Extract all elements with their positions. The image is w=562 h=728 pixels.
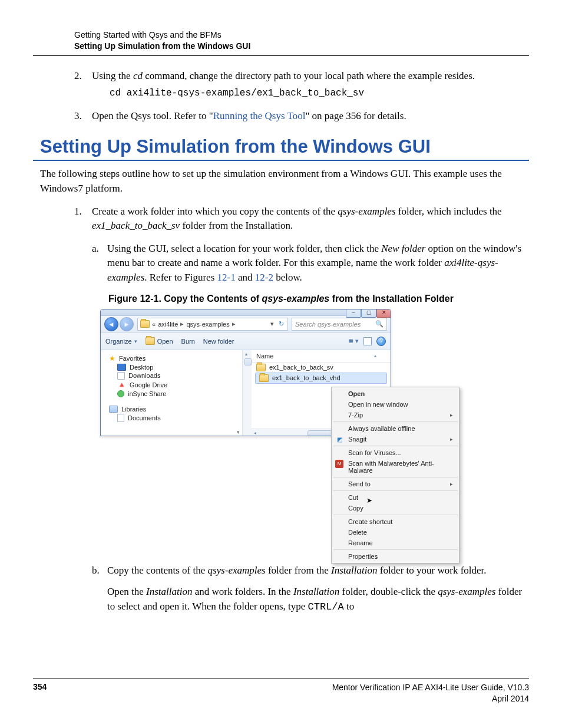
link-figure-12-1[interactable]: 12-1 [217, 272, 236, 283]
star-icon: ★ [109, 354, 115, 363]
file-item-selected[interactable]: ex1_back_to_back_vhd [255, 373, 387, 384]
desktop-icon [117, 364, 126, 371]
nav-google-drive[interactable]: 🔺Google Drive [103, 380, 240, 390]
nav-insync[interactable]: inSync Share [103, 390, 240, 398]
scroll-down-icon[interactable]: ▾ [237, 429, 240, 435]
running-header-section: Setting Up Simulation from the Windows G… [74, 41, 529, 52]
step-3: Open the Qsys tool. Refer to "Running th… [74, 109, 529, 124]
folder-icon [256, 364, 266, 371]
ctx-copy[interactable]: Copy [332, 503, 459, 513]
document-icon [117, 414, 124, 422]
downloads-icon [117, 372, 125, 380]
close-button[interactable]: ✕ [376, 309, 391, 318]
nav-scrollbar[interactable]: ▴ [243, 350, 252, 436]
menu-separator [333, 490, 458, 491]
ctx-cut[interactable]: Cut [332, 492, 459, 503]
ctx-create-shortcut[interactable]: Create shortcut [332, 516, 459, 527]
page-footer: 354 Mentor Verification IP AE AXI4-Lite … [33, 678, 529, 704]
address-dropdown-icon[interactable]: ▾ [268, 320, 275, 328]
view-mode-icon[interactable]: ≣ ▾ [348, 337, 359, 345]
breadcrumb-1[interactable]: axi4lite [158, 321, 178, 328]
submenu-arrow-icon: ▸ [450, 481, 453, 487]
nav-documents[interactable]: Documents [103, 413, 240, 423]
title-bar[interactable]: – ▢ ✕ [101, 309, 391, 316]
address-bar[interactable]: « axi4lite ▸ qsys-examples ▸ ▾ ↻ [137, 318, 288, 331]
burn-button[interactable]: Burn [181, 338, 195, 345]
malwarebytes-icon: M [335, 460, 343, 468]
menu-separator [333, 549, 458, 550]
link-figure-12-2[interactable]: 12-2 [255, 272, 273, 283]
nav-libraries[interactable]: Libraries [103, 405, 240, 413]
figure-caption: Figure 12-1. Copy the Contents of qsys-e… [33, 294, 529, 304]
submenu-arrow-icon: ▸ [450, 436, 453, 442]
nav-desktop[interactable]: Desktop [103, 363, 240, 371]
scrollbar-thumb[interactable] [244, 358, 252, 365]
sort-indicator-icon: ▴ [374, 353, 391, 358]
running-header-chapter: Getting Started with Qsys and the BFMs [74, 29, 529, 41]
scroll-up-icon: ▴ [245, 351, 247, 357]
step-2: Using the cd command, change the directo… [74, 69, 529, 101]
footer-date: April 2014 [332, 693, 529, 704]
step-2-code: cd axi4lite-qsys-examples/ex1_back_to_ba… [92, 87, 529, 100]
ctx-properties[interactable]: Properties [332, 551, 459, 562]
menu-separator [333, 421, 458, 422]
nav-forward-button[interactable]: ► [120, 317, 134, 331]
nav-back-button[interactable]: ◄ [104, 317, 118, 331]
search-icon: 🔍 [375, 320, 384, 328]
minimize-button[interactable]: – [346, 309, 361, 318]
help-icon[interactable]: ? [376, 337, 386, 346]
snagit-icon: ◩ [335, 436, 343, 444]
organize-button[interactable]: Organize ▾ [105, 338, 137, 345]
link-running-qsys-tool[interactable]: Running the Qsys Tool [213, 110, 306, 121]
section-heading: Setting Up Simulation from the Windows G… [33, 136, 529, 161]
gdrive-icon: 🔺 [117, 381, 126, 389]
navigation-pane: ★Favorites Desktop Downloads 🔺Google Dri… [101, 350, 243, 436]
breadcrumb-2[interactable]: qsys-examples [186, 321, 229, 328]
chevron-right-icon: ▸ [232, 320, 236, 328]
open-button[interactable]: Open [146, 337, 173, 345]
ctx-send-to[interactable]: Send to▸ [332, 479, 459, 489]
insync-icon [117, 390, 124, 397]
submenu-arrow-icon: ▸ [450, 412, 453, 418]
ctx-delete[interactable]: Delete [332, 527, 459, 538]
step-2-text: Using the cd command, change the directo… [92, 70, 475, 81]
menu-separator [333, 446, 458, 446]
ctx-scan-virus[interactable]: Scan for Viruses... [332, 447, 459, 458]
section-intro: The following steps outline how to set u… [33, 167, 529, 196]
ctx-open[interactable]: Open [332, 388, 459, 399]
ctx-snagit[interactable]: ◩Snagit▸ [332, 434, 459, 444]
folder-icon [140, 320, 150, 328]
ctx-7zip[interactable]: 7-Zip▸ [332, 410, 459, 420]
page-number: 354 [33, 682, 47, 704]
preview-pane-button[interactable] [363, 337, 372, 345]
libraries-icon [109, 406, 118, 413]
menu-separator [333, 477, 458, 477]
cursor-icon: ➤ [366, 496, 372, 505]
nav-downloads[interactable]: Downloads [103, 371, 240, 380]
column-name[interactable]: Name [256, 353, 374, 360]
breadcrumb-prefix: « [152, 321, 156, 328]
chevron-down-icon: ▾ [134, 338, 137, 344]
folder-icon [259, 374, 269, 382]
ctx-rename[interactable]: Rename [332, 538, 459, 548]
search-box[interactable]: Search qsys-examples 🔍 [292, 318, 387, 331]
refresh-icon[interactable]: ↻ [277, 320, 285, 328]
nav-favorites[interactable]: ★Favorites [103, 354, 240, 363]
chevron-right-icon: ▸ [180, 320, 184, 328]
scroll-left-icon: ◂ [252, 430, 259, 436]
ctx-open-new-window[interactable]: Open in new window [332, 399, 459, 410]
menu-separator [333, 515, 458, 515]
ctx-offline[interactable]: Always available offline [332, 423, 459, 434]
step-1: Create a work folder into which you copy… [74, 205, 529, 233]
footer-title: Mentor Verification IP AE AXI4-Lite User… [332, 682, 529, 693]
maximize-button[interactable]: ▢ [361, 309, 376, 318]
context-menu: Open Open in new window 7-Zip▸ Always av… [331, 387, 459, 564]
figure-screenshot: – ▢ ✕ ◄ ► « axi4lite ▸ qsys-e [100, 309, 462, 553]
search-placeholder: Search qsys-examples [295, 321, 361, 328]
folder-icon [146, 337, 155, 345]
new-folder-button[interactable]: New folder [203, 338, 234, 345]
column-header[interactable]: Name ▴ [252, 350, 391, 363]
file-item[interactable]: ex1_back_to_back_sv [252, 363, 391, 373]
running-header: Getting Started with Qsys and the BFMs S… [33, 29, 529, 56]
ctx-scan-malwarebytes[interactable]: MScan with Malwarebytes' Anti-Malware [332, 458, 459, 476]
